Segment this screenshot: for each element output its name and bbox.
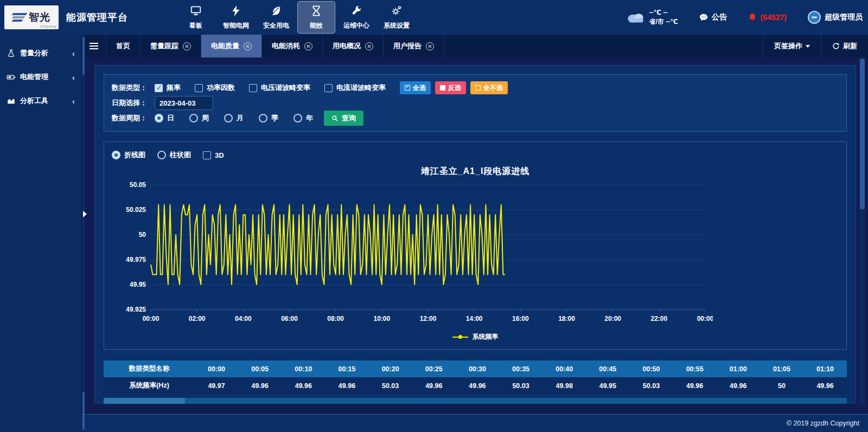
- chat-bubble-icon: [699, 12, 709, 22]
- select-all-button[interactable]: 全选: [400, 81, 431, 94]
- radio-icon: [259, 114, 267, 122]
- radio-period-month[interactable]: 月: [224, 113, 244, 123]
- tab-label: 需量跟踪: [150, 41, 178, 51]
- nav-item-system-settings[interactable]: 系统设置: [378, 1, 416, 34]
- query-button[interactable]: 查询: [324, 111, 363, 126]
- content-vertical-scrollbar[interactable]: [860, 59, 865, 405]
- menu-toggle-button[interactable]: [81, 35, 106, 57]
- select-none-label: 全不选: [483, 83, 503, 93]
- chevron-left-icon: ‹: [72, 73, 75, 82]
- nav-item-energy-efficiency[interactable]: 能效: [297, 1, 335, 34]
- content-area: 数据类型： 频率功率因数电压谐波畸变率电流谐波畸变率 全选 反选: [81, 57, 868, 414]
- tab-close-icon[interactable]: ✕: [365, 42, 373, 50]
- hourglass-icon: [310, 5, 322, 19]
- table-header-cell: 00:35: [499, 360, 542, 377]
- tab-demand-tracking[interactable]: 需量跟踪✕: [141, 35, 201, 57]
- refresh-button[interactable]: 刷新: [821, 35, 868, 57]
- checkbox-icon: [324, 84, 333, 92]
- data-type-label: 数据类型：: [112, 83, 147, 93]
- checkbox-3d[interactable]: 3D: [203, 151, 224, 159]
- table-header-cell: 00:40: [542, 360, 586, 377]
- notification-button[interactable]: (64527): [748, 12, 787, 22]
- logo-text: 智光: [29, 10, 50, 24]
- radio-bar-chart[interactable]: 柱状图: [157, 150, 191, 160]
- arrow-right-icon: [83, 211, 87, 217]
- tab-power-overview[interactable]: 用电概况✕: [323, 35, 384, 57]
- table-cell: 49.96: [673, 377, 717, 394]
- radio-period-day[interactable]: 日: [155, 113, 174, 123]
- tab-close-icon[interactable]: ✕: [183, 42, 191, 50]
- announcement-button[interactable]: 公告: [699, 12, 727, 22]
- nav-label: 运维中心: [343, 21, 369, 30]
- power-quality-panel: 数据类型： 频率功率因数电压谐波畸变率电流谐波畸变率 全选 反选: [94, 65, 856, 403]
- option-label: 柱状图: [170, 150, 191, 160]
- chevron-down-icon: [806, 45, 810, 48]
- tab-close-icon[interactable]: ✕: [426, 42, 434, 50]
- table-cell: 50.03: [499, 377, 542, 394]
- invert-selection-label: 反选: [448, 83, 461, 93]
- table-header-cell: 00:25: [412, 360, 456, 377]
- tab-energy-consumption[interactable]: 电能消耗✕: [262, 35, 323, 57]
- sidebar-collapse-handle[interactable]: [82, 207, 87, 221]
- nav-item-smart-grid[interactable]: 智能电网: [217, 1, 255, 34]
- nav-label: 看板: [189, 21, 202, 30]
- nav-item-ops-center[interactable]: 运维中心: [337, 1, 375, 34]
- avatar-icon: [807, 10, 821, 24]
- checkbox-icon: [203, 151, 211, 159]
- option-label: 3D: [215, 151, 224, 159]
- invert-selection-button[interactable]: 反选: [435, 81, 466, 94]
- app-footer: © 2019 zgzdh Copyright: [81, 414, 868, 432]
- user-name: 超级管理员: [825, 12, 863, 22]
- query-label: 查询: [342, 113, 356, 123]
- tab-home[interactable]: 首页: [106, 35, 141, 57]
- bell-icon: [748, 12, 757, 22]
- sidebar-item-analysis-tools[interactable]: 分析工具‹: [0, 89, 81, 113]
- scrollbar-thumb[interactable]: [104, 398, 185, 404]
- frequency-line-chart[interactable]: 50.0550.0255049.97549.9549.92500:0002:00…: [112, 178, 713, 330]
- logo-subtext: Zhiguang: [40, 24, 56, 28]
- checkbox-current-thd[interactable]: 电流谐波畸变率: [324, 83, 386, 93]
- tab-label: 电能质量: [211, 41, 239, 51]
- sidebar-item-energy-management[interactable]: 电能管理‹: [0, 65, 81, 89]
- vscrollbar-thumb[interactable]: [860, 59, 865, 209]
- radio-icon: [293, 114, 302, 122]
- table-cell: 50.03: [629, 377, 673, 394]
- tab-power-quality[interactable]: 电能质量✕: [201, 35, 262, 57]
- checkbox-label: 频率: [167, 83, 181, 93]
- chart-legend[interactable]: 系统频率: [112, 332, 839, 341]
- weather-temp: --℃ --: [649, 8, 678, 17]
- radio-period-week[interactable]: 周: [189, 113, 209, 123]
- leaf-icon: [270, 5, 282, 19]
- sidebar: 需量分析‹电能管理‹分析工具‹: [0, 35, 81, 432]
- data-type-checkbox-group: 频率功率因数电压谐波畸变率电流谐波畸变率: [155, 83, 386, 93]
- tab-close-icon[interactable]: ✕: [244, 42, 252, 50]
- sidebar-item-demand-analysis[interactable]: 需量分析‹: [0, 41, 81, 65]
- battery-icon: [7, 73, 16, 82]
- date-input[interactable]: [155, 96, 213, 110]
- svg-text:18:00: 18:00: [558, 315, 575, 323]
- table-header-cell: 00:10: [282, 360, 325, 377]
- checkbox-icon: [195, 84, 203, 92]
- checkbox-frequency[interactable]: 频率: [155, 83, 181, 93]
- tab-close-icon[interactable]: ✕: [304, 42, 312, 50]
- announcement-label: 公告: [712, 12, 727, 22]
- radio-line-chart[interactable]: 折线图: [112, 150, 145, 160]
- radio-period-quarter[interactable]: 季: [259, 113, 278, 123]
- tab-actions-dropdown[interactable]: 页签操作: [763, 35, 821, 57]
- radio-period-year[interactable]: 年: [293, 113, 313, 123]
- select-none-button[interactable]: 全不选: [470, 81, 508, 94]
- checkbox-voltage-thd[interactable]: 电压谐波畸变率: [249, 83, 310, 93]
- checkbox-power-factor[interactable]: 功率因数: [195, 83, 235, 93]
- nav-item-safe-power[interactable]: 安全用电: [257, 1, 295, 34]
- svg-text:16:00: 16:00: [512, 315, 529, 323]
- svg-text:49.95: 49.95: [130, 281, 146, 288]
- table-cell: 49.96: [325, 377, 368, 394]
- filter-panel: 数据类型： 频率功率因数电压谐波畸变率电流谐波畸变率 全选 反选: [104, 74, 847, 132]
- nav-item-dashboard[interactable]: 看板: [177, 1, 215, 34]
- lightning-icon: [230, 5, 242, 19]
- sidebar-splitter[interactable]: [82, 35, 85, 432]
- user-menu[interactable]: 超级管理员: [807, 10, 863, 24]
- radio-label: 年: [306, 113, 313, 123]
- table-horizontal-scrollbar[interactable]: [104, 398, 847, 404]
- tab-user-report[interactable]: 用户报告✕: [384, 35, 444, 57]
